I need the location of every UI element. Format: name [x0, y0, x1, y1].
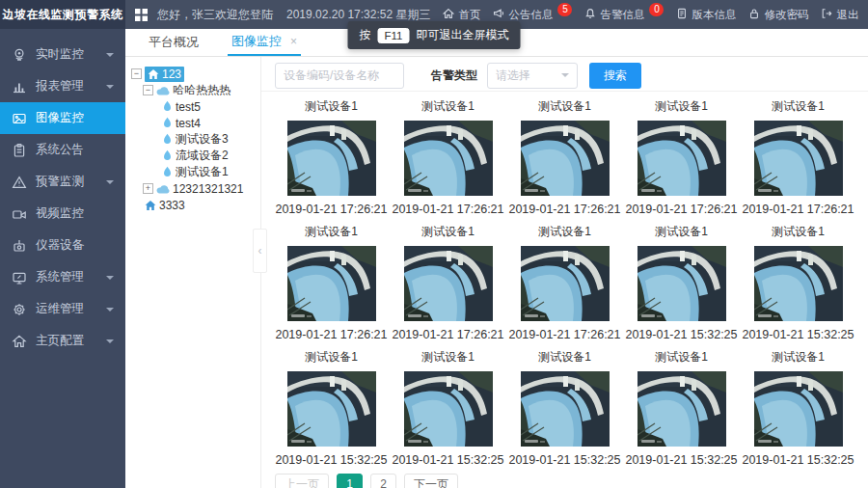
card-device-name: 测试设备1 [538, 224, 591, 240]
device-image-card[interactable]: 测试设备1 2019-01-21 17:26:21 [273, 94, 390, 219]
tree-node-test4[interactable]: test4 [125, 115, 260, 131]
device-image-card[interactable]: 测试设备1 2019-01-21 17:26:21 [506, 219, 623, 344]
page-1-button[interactable]: 1 [337, 474, 363, 488]
device-snapshot-image[interactable] [754, 371, 843, 447]
tab-image-monitor[interactable]: 图像监控 × [228, 29, 301, 56]
tree-node-selected[interactable]: 123 [145, 67, 184, 82]
page-2-button[interactable]: 2 [370, 474, 396, 488]
sidebar-item-report-manage[interactable]: 报表管理 [0, 70, 125, 102]
nav-home[interactable]: 首页 [443, 8, 480, 22]
card-timestamp: 2019-01-21 15:32:25 [392, 453, 503, 467]
user-greeting: 您好，张三欢迎您登陆 [157, 7, 273, 23]
card-timestamp: 2019-01-21 15:32:25 [742, 328, 854, 341]
device-image-card[interactable]: 测试设备1 2019-01-21 15:32:25 [506, 344, 623, 470]
tab-close-icon[interactable]: × [290, 35, 297, 48]
nav-change-password[interactable]: 修改密码 [748, 8, 808, 22]
sidebar-item-video-monitor[interactable]: 视频监控 [0, 198, 125, 230]
f11-keycap: F11 [378, 28, 410, 43]
device-snapshot-image[interactable] [754, 246, 843, 321]
sidebar-item-homepage-config[interactable]: 主页配置 [0, 325, 125, 357]
water-drop-icon [162, 149, 173, 162]
chevron-down-icon [106, 308, 114, 312]
device-snapshot-image[interactable] [637, 371, 726, 447]
device-snapshot-image[interactable] [637, 121, 726, 196]
tree-node-device3[interactable]: 测试设备3 [125, 131, 260, 148]
device-snapshot-image[interactable] [637, 246, 726, 321]
water-drop-icon [162, 166, 173, 178]
device-image-card[interactable]: 测试设备1 2019-01-21 17:26:21 [390, 219, 506, 344]
device-image-card[interactable]: 测试设备1 2019-01-21 17:26:21 [623, 94, 740, 219]
device-image-card[interactable]: 测试设备1 2019-01-21 17:26:21 [506, 94, 623, 219]
search-button[interactable]: 搜索 [589, 63, 641, 89]
sidebar-item-system-manage[interactable]: 系统管理 [0, 261, 125, 293]
device-search-input[interactable] [275, 63, 404, 89]
sidebar-item-image-monitor[interactable]: 图像监控 [0, 102, 125, 134]
device-snapshot-image[interactable] [404, 371, 493, 447]
card-timestamp: 2019-01-21 15:32:25 [275, 453, 387, 467]
sidebar-item-instrument-device[interactable]: 仪器设备 [0, 230, 125, 261]
next-page-button[interactable]: 下一页 [404, 474, 458, 488]
device-image-card[interactable]: 测试设备1 2019-01-21 17:26:21 [273, 219, 390, 344]
chevron-down-icon [106, 276, 114, 280]
caret-down-icon [561, 73, 569, 77]
card-device-name: 测试设备1 [305, 98, 358, 115]
device-image-card[interactable]: 测试设备1 2019-01-21 15:32:25 [273, 344, 390, 470]
device-snapshot-image[interactable] [287, 371, 376, 447]
pagination: 上一页 1 2 下一页 [275, 474, 868, 488]
tab-platform-overview[interactable]: 平台概况 [145, 29, 203, 56]
device-image-card[interactable]: 测试设备1 2019-01-21 15:32:25 [623, 344, 740, 470]
tree-node-haha[interactable]: − 哈哈热热热 [125, 82, 260, 98]
device-snapshot-image[interactable] [404, 246, 493, 321]
device-snapshot-image[interactable] [754, 121, 843, 196]
card-timestamp: 2019-01-21 15:32:25 [625, 453, 737, 467]
device-image-card[interactable]: 测试设备1 2019-01-21 17:26:21 [390, 94, 506, 219]
tree-collapse-handle[interactable]: ‹ [253, 229, 267, 273]
device-image-card[interactable]: 测试设备1 2019-01-21 15:32:25 [740, 344, 856, 470]
device-snapshot-image[interactable] [521, 121, 610, 196]
device-snapshot-image[interactable] [521, 246, 610, 321]
datetime-display: 2019.02.20 17:32:52 星期三 [286, 7, 430, 23]
sidebar-item-system-notice[interactable]: 系统公告 [0, 134, 125, 166]
device-image-card[interactable]: 测试设备1 2019-01-21 15:32:25 [390, 344, 506, 470]
card-device-name: 测试设备1 [538, 349, 591, 366]
tree-node-3333[interactable]: 3333 [125, 197, 260, 213]
device-snapshot-image[interactable] [521, 371, 610, 447]
alarm-type-select[interactable]: 请选择 [487, 63, 578, 89]
nav-alarms[interactable]: 告警信息 0 [584, 8, 664, 22]
nav-logout[interactable]: 退出 [821, 8, 858, 22]
device-image-card[interactable]: 测试设备1 2019-01-21 15:32:25 [740, 219, 856, 344]
main-content: 告警类型 请选择 搜索 测试设备1 2019-01-21 17:26:21 测试… [261, 57, 868, 488]
tree-node-123[interactable]: − 123 [125, 66, 260, 82]
nav-version-info[interactable]: 版本信息 [676, 8, 736, 22]
collapse-node-icon[interactable]: − [143, 85, 153, 95]
sidebar-item-ops-manage[interactable]: 运维管理 [0, 293, 125, 325]
tree-node-test5[interactable]: test5 [125, 98, 260, 115]
prev-page-button[interactable]: 上一页 [275, 474, 329, 488]
version-icon [676, 8, 688, 21]
tree-node-basin-device2[interactable]: 流域设备2 [125, 148, 260, 164]
sidebar-item-warning-monitor[interactable]: 预警监测 [0, 166, 125, 198]
chevron-down-icon [106, 85, 114, 89]
nav-announcements[interactable]: 公告信息 5 [493, 8, 572, 22]
device-snapshot-image[interactable] [404, 121, 493, 196]
camera-base [16, 57, 22, 59]
tree-node-12321321321[interactable]: + 12321321321 [125, 180, 260, 197]
card-timestamp: 2019-01-21 17:26:21 [508, 328, 620, 341]
device-snapshot-image[interactable] [287, 246, 376, 321]
sidebar-item-realtime-monitor[interactable]: 实时监控 [0, 39, 125, 70]
device-image-card[interactable]: 测试设备1 2019-01-21 15:32:25 [623, 219, 740, 344]
alarm-type-label: 告警类型 [431, 68, 477, 84]
expand-node-icon[interactable]: + [143, 183, 153, 194]
card-timestamp: 2019-01-21 17:26:21 [392, 203, 503, 216]
apps-grid-icon[interactable] [135, 9, 148, 21]
device-image-card[interactable]: 测试设备1 2019-01-21 17:26:21 [740, 94, 856, 219]
card-timestamp: 2019-01-21 17:26:21 [392, 328, 503, 341]
main-sidebar: 实时监控 报表管理 图像监控 系统公告 预警监测 视频监控 仪器设备 系统管理 … [0, 29, 125, 488]
device-snapshot-image[interactable] [287, 121, 376, 196]
card-timestamp: 2019-01-21 15:32:25 [508, 453, 620, 467]
filter-bar: 告警类型 请选择 搜索 [261, 57, 868, 92]
chevron-left-icon: ‹ [258, 244, 262, 258]
tree-node-device1[interactable]: 测试设备1 [125, 164, 260, 180]
collapse-node-icon[interactable]: − [131, 68, 142, 79]
cloud-icon [156, 86, 170, 95]
